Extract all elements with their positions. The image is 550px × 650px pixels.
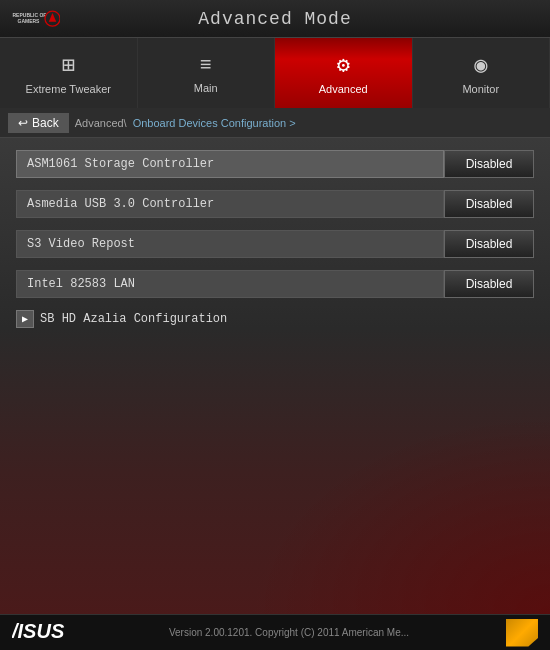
setting-label-intel-lan: Intel 82583 LAN [16,270,444,298]
setting-row-intel-lan: Intel 82583 LAN Disabled [16,270,534,298]
svg-text:/ISUS: /ISUS [12,620,65,642]
tab-main[interactable]: Main [138,38,276,108]
rog-logo: REPUBLIC OF GAMERS [10,5,60,33]
setting-value-asmedia-usb[interactable]: Disabled [444,190,534,218]
setting-label-asm1061: ASM1061 Storage Controller [16,150,444,178]
setting-row-asm1061: ASM1061 Storage Controller Disabled [16,150,534,178]
advanced-icon [337,52,350,79]
breadcrumb-bar: ↩ Back Advanced\ Onboard Devices Configu… [0,108,550,138]
page-title: Advanced Mode [198,9,351,29]
header: REPUBLIC OF GAMERS Advanced Mode [0,0,550,38]
tab-monitor[interactable]: Monitor [413,38,551,108]
main-icon [200,53,212,78]
tab-extreme-tweaker[interactable]: Extreme Tweaker [0,38,138,108]
setting-value-asm1061[interactable]: Disabled [444,150,534,178]
back-button[interactable]: ↩ Back [8,113,69,133]
back-label: Back [32,116,59,130]
tab-advanced-label: Advanced [319,83,368,95]
tab-extreme-tweaker-label: Extreme Tweaker [26,83,111,95]
main-content: ASM1061 Storage Controller Disabled Asme… [0,138,550,614]
setting-label-asmedia-usb: Asmedia USB 3.0 Controller [16,190,444,218]
asus-logo: /ISUS [12,618,72,647]
svg-text:REPUBLIC OF: REPUBLIC OF [13,11,47,17]
breadcrumb-prefix: Advanced\ [75,117,127,129]
breadcrumb-current[interactable]: Onboard Devices Configuration > [133,117,296,129]
svg-marker-3 [49,13,57,22]
svg-text:GAMERS: GAMERS [18,18,41,24]
tweaker-icon [62,52,75,79]
monitor-icon [474,52,487,79]
tab-advanced[interactable]: Advanced [275,38,413,108]
back-arrow-icon: ↩ [18,116,28,130]
sub-section-hd-azalia-label: SB HD Azalia Configuration [40,312,227,326]
setting-label-s3-video: S3 Video Repost [16,230,444,258]
setting-row-asmedia-usb: Asmedia USB 3.0 Controller Disabled [16,190,534,218]
footer: /ISUS Version 2.00.1201. Copyright (C) 2… [0,614,550,650]
tab-main-label: Main [194,82,218,94]
tab-monitor-label: Monitor [462,83,499,95]
footer-version: Version 2.00.1201. Copyright (C) 2011 Am… [169,627,409,638]
rog-corner-icon [506,619,538,647]
setting-row-s3-video: S3 Video Repost Disabled [16,230,534,258]
sub-section-hd-azalia[interactable]: ▶ SB HD Azalia Configuration [16,310,534,328]
setting-value-s3-video[interactable]: Disabled [444,230,534,258]
nav-tabs: Extreme Tweaker Main Advanced Monitor [0,38,550,108]
sub-section-arrow-icon: ▶ [16,310,34,328]
setting-value-intel-lan[interactable]: Disabled [444,270,534,298]
